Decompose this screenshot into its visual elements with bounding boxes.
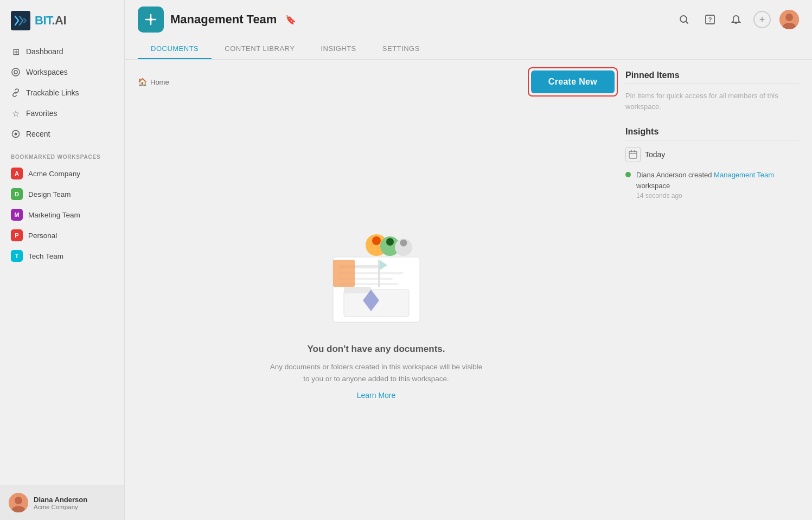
workspace-header-icon bbox=[138, 7, 164, 33]
insights-today-row: Today bbox=[625, 147, 799, 162]
workspace-item-personal[interactable]: P Personal bbox=[0, 225, 124, 246]
svg-rect-0 bbox=[11, 11, 30, 30]
help-icon[interactable]: ? bbox=[701, 11, 719, 28]
insights-divider bbox=[625, 140, 799, 140]
content-area: 🏠 Home Create New bbox=[125, 60, 812, 520]
dashboard-icon: ⊞ bbox=[11, 47, 21, 56]
sidebar-item-label: Dashboard bbox=[26, 47, 63, 56]
svg-point-6 bbox=[15, 497, 22, 504]
svg-rect-22 bbox=[333, 260, 355, 287]
learn-more-link[interactable]: Learn More bbox=[357, 391, 396, 400]
sidebar-item-label: Favorites bbox=[26, 109, 57, 118]
svg-point-13 bbox=[785, 14, 793, 21]
tab-insights[interactable]: INSIGHTS bbox=[308, 39, 369, 59]
user-name: Diana Anderson bbox=[34, 496, 87, 504]
sidebar-item-favorites[interactable]: ☆ Favorites bbox=[0, 103, 124, 124]
svg-point-4 bbox=[15, 133, 17, 136]
workspace-item-marketing[interactable]: M Marketing Team bbox=[0, 204, 124, 225]
trackable-links-icon bbox=[11, 88, 21, 98]
insight-text-suffix: workspace bbox=[636, 182, 670, 190]
workspace-dot-tech: T bbox=[11, 250, 23, 262]
user-company: Acme Company bbox=[34, 504, 87, 510]
svg-point-8 bbox=[149, 18, 152, 21]
main-panel: 🏠 Home Create New bbox=[138, 70, 615, 509]
insight-item: Diana Anderson created Management Team w… bbox=[625, 170, 799, 200]
bookmarked-workspaces-list: A Acme Company D Design Team M Marketing… bbox=[0, 163, 124, 266]
insights-section: Insights Today Diana Anderson created Ma… bbox=[625, 127, 799, 200]
sidebar-item-dashboard[interactable]: ⊞ Dashboard bbox=[0, 41, 124, 62]
svg-point-1 bbox=[12, 68, 20, 76]
sidebar-item-label: Recent bbox=[26, 130, 50, 138]
create-new-button[interactable]: Create New bbox=[531, 70, 615, 93]
tab-bar: DOCUMENTS CONTENT LIBRARY INSIGHTS SETTI… bbox=[125, 39, 812, 60]
plus-icon: + bbox=[759, 15, 765, 24]
topbar-user-avatar[interactable] bbox=[779, 10, 799, 29]
empty-illustration bbox=[300, 214, 452, 333]
sidebar-item-label: Trackable Links bbox=[26, 88, 79, 97]
workspace-dot-personal: P bbox=[11, 229, 23, 241]
topbar: Management Team 🔖 ? + bbox=[125, 0, 812, 39]
svg-rect-21 bbox=[344, 287, 371, 293]
workspace-name: Design Team bbox=[28, 190, 71, 198]
sidebar-item-workspaces[interactable]: Workspaces bbox=[0, 62, 124, 82]
workspace-dot-design: D bbox=[11, 188, 23, 200]
logo: BIT.AI bbox=[0, 0, 124, 39]
workspace-name: Tech Team bbox=[28, 252, 63, 260]
insight-time: 14 seconds ago bbox=[636, 192, 799, 200]
empty-title: You don't have any documents. bbox=[307, 344, 445, 355]
pinned-items-section: Pinned Items Pin items for quick access … bbox=[625, 70, 799, 112]
sidebar-item-label: Workspaces bbox=[26, 68, 68, 76]
svg-point-31 bbox=[400, 239, 407, 246]
sidebar: BIT.AI ⊞ Dashboard Workspaces Trackable … bbox=[0, 0, 125, 520]
user-avatar bbox=[9, 493, 28, 512]
tab-settings[interactable]: SETTINGS bbox=[369, 39, 433, 59]
main-content: Management Team 🔖 ? + bbox=[125, 0, 812, 520]
workspace-dot-acme: A bbox=[11, 168, 23, 179]
svg-point-29 bbox=[386, 238, 394, 246]
tab-content-library[interactable]: CONTENT LIBRARY bbox=[212, 39, 308, 59]
svg-rect-34 bbox=[634, 150, 635, 152]
user-profile-section[interactable]: Diana Anderson Acme Company bbox=[0, 485, 124, 520]
bookmarked-workspaces-label: BOOKMARKED WORKSPACES bbox=[0, 146, 124, 163]
search-icon[interactable] bbox=[675, 11, 693, 28]
workspace-name: Personal bbox=[28, 232, 57, 240]
svg-point-27 bbox=[372, 236, 381, 245]
workspace-item-design[interactable]: D Design Team bbox=[0, 184, 124, 204]
workspace-name: Marketing Team bbox=[28, 211, 80, 219]
svg-rect-33 bbox=[631, 150, 632, 152]
workspaces-icon bbox=[11, 67, 21, 77]
topbar-right: ? + bbox=[675, 10, 799, 29]
calendar-icon bbox=[625, 147, 641, 162]
insights-title: Insights bbox=[625, 127, 799, 137]
management-team-link[interactable]: Management Team bbox=[714, 171, 774, 179]
bookmark-icon[interactable]: 🔖 bbox=[285, 15, 296, 25]
create-new-wrapper: Create New bbox=[531, 70, 615, 93]
user-info: Diana Anderson Acme Company bbox=[34, 496, 87, 510]
topbar-left: Management Team 🔖 bbox=[138, 7, 296, 33]
workspace-item-tech[interactable]: T Tech Team bbox=[0, 246, 124, 266]
insight-text: Diana Anderson created Management Team w… bbox=[636, 171, 774, 190]
insight-content: Diana Anderson created Management Team w… bbox=[636, 170, 799, 200]
svg-rect-32 bbox=[629, 151, 637, 158]
svg-point-2 bbox=[14, 70, 17, 74]
sidebar-item-trackable-links[interactable]: Trackable Links bbox=[0, 82, 124, 103]
insight-dot bbox=[625, 172, 631, 177]
tab-documents[interactable]: DOCUMENTS bbox=[138, 39, 212, 59]
pinned-items-empty-text: Pin items for quick access for all membe… bbox=[625, 91, 799, 112]
home-icon: 🏠 bbox=[138, 78, 147, 86]
right-panel: Pinned Items Pin items for quick access … bbox=[625, 70, 799, 509]
sidebar-navigation: ⊞ Dashboard Workspaces Trackable Links ☆… bbox=[0, 39, 124, 146]
favorites-icon: ☆ bbox=[11, 108, 21, 118]
insight-text-prefix: Diana Anderson created bbox=[636, 171, 714, 179]
workspace-title: Management Team bbox=[170, 12, 277, 27]
insights-today-label: Today bbox=[645, 150, 665, 159]
recent-icon bbox=[11, 129, 21, 139]
sidebar-item-recent[interactable]: Recent bbox=[0, 124, 124, 144]
add-button[interactable]: + bbox=[753, 11, 771, 28]
logo-text: BIT.AI bbox=[35, 14, 66, 28]
notification-icon[interactable] bbox=[727, 11, 745, 28]
action-row: 🏠 Home Create New bbox=[138, 70, 615, 93]
breadcrumb: 🏠 Home bbox=[138, 78, 169, 86]
workspace-item-acme[interactable]: A Acme Company bbox=[0, 163, 124, 184]
empty-description: Any documents or folders created in this… bbox=[268, 361, 485, 384]
